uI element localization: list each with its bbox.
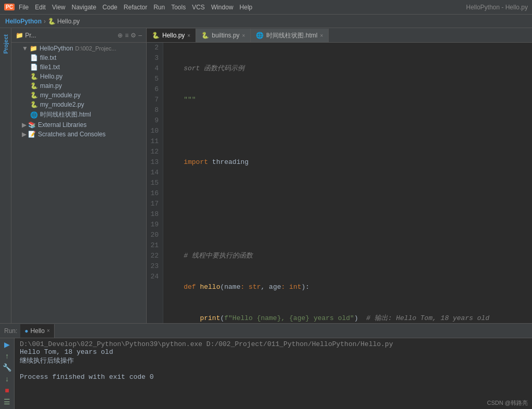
breadcrumb-project[interactable]: HelloPython [5, 18, 42, 25]
sort-icon[interactable]: ≡ [125, 32, 128, 39]
code-line-10: print(f"Hello {name}, {age} years old") … [167, 313, 528, 323]
project-tab-label[interactable]: Project [3, 30, 9, 58]
menu-view[interactable]: View [52, 4, 66, 11]
tab-html[interactable]: 🌐 时间线柱状图.html × [251, 29, 329, 42]
line-numbers: 2 3 4 5 6 7 8 9 10 11 12 13 14 15 16 17 [147, 43, 163, 323]
tree-file-html[interactable]: 🌐 时间线柱状图.html [11, 109, 146, 120]
code-line-4 [167, 126, 528, 136]
code-line-8: # 线程中要执行的函数 [167, 251, 528, 261]
run-format-button[interactable]: ☰ [2, 398, 12, 406]
run-up-button[interactable]: ↑ [2, 352, 12, 360]
run-tab-dot: ● [24, 327, 28, 335]
run-toolbar: ▶ ↑ 🔧 ↓ ■ ☰ ⊞ 🖨 [0, 338, 15, 409]
editor-area: Project 📁 Pr... ⊕ ≡ ⚙ – [0, 28, 532, 323]
tree-arrow-right: ▶ [22, 121, 27, 129]
run-tabs-bar: Run: ● Hello × [0, 324, 532, 338]
menu-help[interactable]: Help [240, 4, 253, 11]
tree-project-root[interactable]: ▼ 📁 HelloPython D:\002_Projec... [11, 44, 146, 53]
code-line-2: sort 函数代码示例 [167, 63, 528, 74]
tabs-bar: 🐍 Hello.py × 🐍 builtins.py × 🌐 时间线柱状图.ht… [147, 28, 532, 43]
tree-file-txt[interactable]: 📄 file.txt [11, 53, 146, 62]
project-path: D:\002_Projec... [75, 45, 116, 52]
py-icon: 🐍 [30, 82, 38, 90]
tree-scratches[interactable]: ▶ 📝 Scratches and Consoles [11, 130, 146, 139]
run-output-exit: Process finished with exit code 0 [20, 373, 527, 381]
py-icon: 🐍 [30, 73, 38, 80]
code-line-6 [167, 188, 528, 199]
sidebar-header-title: 📁 Pr... [16, 32, 36, 39]
run-stop-button[interactable]: ■ [2, 386, 12, 394]
close-sidebar-icon[interactable]: – [138, 32, 142, 39]
code-line-9: def hello(name: str, age: int): [167, 282, 528, 292]
tab-close-html[interactable]: × [320, 33, 323, 39]
run-play-button[interactable]: ▶ [2, 340, 12, 349]
menu-file[interactable]: File [19, 4, 29, 11]
file-tree: ▼ 📁 HelloPython D:\002_Projec... 📄 file.… [11, 43, 146, 323]
run-wrench-button[interactable]: 🔧 [2, 363, 12, 372]
watermark: CSDN @韩路亮 [487, 399, 528, 407]
run-tab-close[interactable]: × [47, 328, 50, 334]
breadcrumb-bar: HelloPython › 🐍 Hello.py [0, 15, 532, 28]
menu-run[interactable]: Run [153, 4, 165, 11]
menu-window[interactable]: Window [211, 4, 233, 11]
py-icon: 🐍 [30, 92, 38, 99]
file-icon: 📄 [30, 54, 38, 61]
tree-file-main[interactable]: 🐍 main.py [11, 81, 146, 91]
tree-file-hello[interactable]: 🐍 Hello.py [11, 72, 146, 81]
code-content[interactable]: sort 函数代码示例 """ import threading # 线程中要执… [163, 43, 532, 323]
run-output-blank [20, 365, 527, 373]
menu-bar: PC File Edit View Navigate Code Refactor… [0, 0, 532, 15]
sync-icon[interactable]: ⊕ [118, 32, 123, 39]
ide-icon: PC [4, 4, 15, 10]
folder-icon: 📁 [30, 45, 37, 52]
project-tab-vertical[interactable]: Project [0, 28, 11, 323]
project-root-label: HelloPython [40, 45, 73, 52]
sidebar-header: 📁 Pr... ⊕ ≡ ⚙ – [11, 28, 146, 43]
tree-file-module[interactable]: 🐍 my_module.py [11, 91, 146, 100]
scratch-icon: 📝 [28, 131, 36, 138]
run-output-line2: 继续执行后续操作 [20, 356, 527, 365]
file-icon: 📄 [30, 63, 38, 71]
run-tab-label: Hello [31, 327, 45, 335]
run-panel: Run: ● Hello × ▶ ↑ 🔧 ↓ ■ ☰ ⊞ 🖨 D:\001_De… [0, 323, 532, 409]
run-content: ▶ ↑ 🔧 ↓ ■ ☰ ⊞ 🖨 D:\001_Develop\022_Pytho… [0, 338, 532, 409]
breadcrumb-file[interactable]: Hello.py [57, 18, 80, 25]
run-command-line: D:\001_Develop\022_Python\Python39\pytho… [20, 340, 527, 348]
code-line-5: import threading [167, 157, 528, 168]
menu-tools[interactable]: Tools [171, 4, 186, 11]
sidebar-header-actions: ⊕ ≡ ⚙ – [118, 32, 142, 39]
run-output-line1: Hello Tom, 18 years old [20, 348, 527, 356]
run-output[interactable]: D:\001_Develop\022_Python\Python39\pytho… [15, 338, 532, 409]
sidebar: 📁 Pr... ⊕ ≡ ⚙ – ▼ 📁 HelloPython D:\002_P… [11, 28, 147, 323]
tab-builtins-py[interactable]: 🐍 builtins.py × [196, 29, 251, 42]
window-title: HelloPython - Hello.py [466, 4, 528, 11]
menu-navigate[interactable]: Navigate [72, 4, 96, 11]
menu-refactor[interactable]: Refactor [124, 4, 147, 11]
settings-icon[interactable]: ⚙ [131, 32, 136, 39]
tree-external-libs[interactable]: ▶ 📚 External Libraries [11, 120, 146, 130]
run-tab-hello[interactable]: ● Hello × [20, 324, 54, 338]
tree-arrow-right2: ▶ [22, 131, 27, 138]
breadcrumb-sep: › [44, 18, 46, 25]
tree-arrow-down: ▼ [22, 45, 28, 52]
tab-hello-py[interactable]: 🐍 Hello.py × [147, 29, 196, 42]
menu-edit[interactable]: Edit [35, 4, 46, 11]
menu-vcs[interactable]: VCS [192, 4, 205, 11]
tab-py-icon: 🐍 [152, 32, 160, 39]
code-line-7 [167, 220, 528, 230]
code-editor[interactable]: 2 3 4 5 6 7 8 9 10 11 12 13 14 15 16 17 [147, 43, 532, 323]
tab-html-icon: 🌐 [256, 32, 264, 39]
tab-close-builtins[interactable]: × [242, 33, 245, 39]
py-icon: 🐍 [30, 101, 38, 108]
run-down-button[interactable]: ↓ [2, 375, 12, 383]
html-icon: 🌐 [30, 111, 38, 119]
tab-close-hello[interactable]: × [187, 33, 190, 39]
code-line-3: """ [167, 95, 528, 105]
tree-file-module2[interactable]: 🐍 my_module2.py [11, 100, 146, 109]
ext-lib-icon: 📚 [28, 121, 36, 129]
tab-py-icon2: 🐍 [201, 32, 209, 39]
breadcrumb-file-icon: 🐍 [48, 18, 56, 25]
tree-file-txt1[interactable]: 📄 file1.txt [11, 62, 146, 72]
run-label: Run: [4, 327, 17, 335]
menu-code[interactable]: Code [102, 4, 118, 11]
